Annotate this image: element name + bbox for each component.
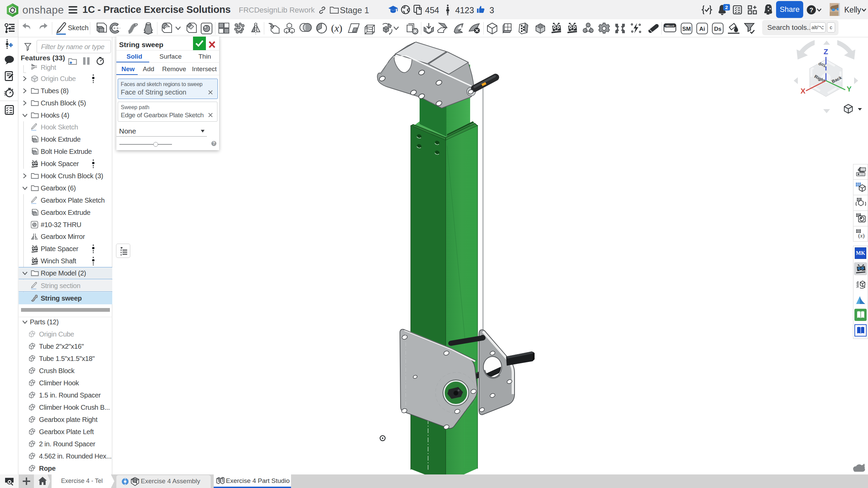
svg-text:?: ? xyxy=(809,6,813,14)
svg-text:SM: SM xyxy=(682,26,691,32)
svg-text:Ai: Ai xyxy=(699,26,705,32)
svg-text:Z: Z xyxy=(824,47,828,56)
svg-text:HELLO: HELLO xyxy=(666,24,674,27)
svg-text:2: 2 xyxy=(725,4,728,10)
svg-text:Y: Y xyxy=(847,85,852,93)
svg-text:Ds: Ds xyxy=(714,26,721,32)
svg-text:(x): (x) xyxy=(858,232,865,239)
svg-text:X: X xyxy=(801,87,806,95)
